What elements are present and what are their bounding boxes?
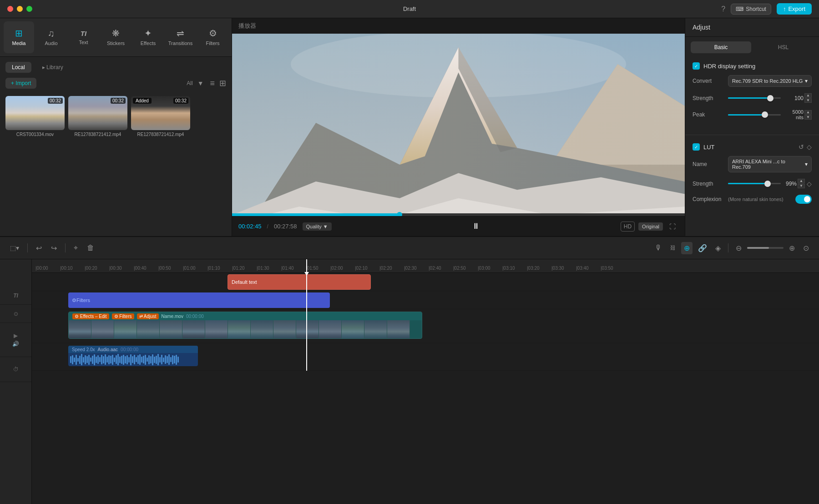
tab-basic[interactable]: Basic (691, 41, 751, 53)
close-button[interactable] (7, 6, 13, 12)
quality-button[interactable]: Quality ▼ (303, 222, 332, 231)
strength-up[interactable]: ▲ (804, 93, 812, 98)
library-item[interactable]: ▸ Library (37, 60, 69, 74)
tool-text[interactable]: TI Text (68, 21, 99, 53)
media-item-0[interactable]: 00:32 CRST001334.mov (5, 96, 65, 137)
lut-checkbox[interactable]: ✓ (693, 143, 700, 151)
redo-button[interactable]: ↪ (48, 242, 60, 254)
lut-strength-slider[interactable] (728, 179, 781, 188)
wave-bar (132, 356, 133, 363)
complexion-toggle[interactable] (795, 195, 812, 204)
fit-to-window-button[interactable]: ⊙ (800, 242, 812, 254)
top-area: ⊞ Media ♫ Audio TI Text ❋ Stickers ✦ E (0, 18, 819, 237)
ruler-8: |01:20 (232, 266, 245, 271)
tool-audio-label: Audio (45, 40, 57, 46)
wave-bar (76, 355, 77, 365)
tool-media[interactable]: ⊞ Media (4, 21, 34, 53)
lut-reset-icon[interactable]: ↺ (799, 143, 804, 151)
complexion-row: Complexion (More natural skin tones) (693, 195, 812, 204)
magnet-button[interactable]: ⊕ (681, 242, 693, 254)
keyframe-button[interactable]: ◈ (713, 242, 723, 254)
shortcut-button[interactable]: ⌨ Shortcut (731, 4, 771, 15)
select-tool-button[interactable]: ⬚▾ (7, 242, 22, 253)
help-icon[interactable]: ? (721, 5, 725, 13)
delete-button[interactable]: 🗑 (84, 242, 97, 254)
tool-stickers[interactable]: ❋ Stickers (101, 21, 131, 53)
ruler-14: |02:20 (379, 266, 392, 271)
strength-slider[interactable] (728, 94, 781, 103)
tool-filters-label: Filters (206, 40, 220, 46)
hdr-section: ✓ HDR display setting Convert Rec.709 SD… (685, 58, 819, 131)
tool-audio[interactable]: ♫ Audio (36, 21, 66, 53)
lut-label: LUT (703, 144, 715, 151)
strength-stepper[interactable]: ▲ ▼ (804, 93, 812, 103)
wave-bar (134, 355, 135, 364)
wave-bar (88, 355, 90, 365)
wave-bar (139, 354, 141, 365)
local-tab[interactable]: Local (5, 62, 31, 73)
wave-bar (81, 354, 82, 365)
tab-hsl[interactable]: HSL (753, 41, 814, 53)
tool-transitions[interactable]: ⇌ Transitions (165, 21, 196, 53)
lut-strength-stepper[interactable]: ▲ ▼ (798, 179, 805, 188)
lut-strength-up[interactable]: ▲ (798, 179, 805, 183)
convert-chevron-icon: ▾ (805, 78, 808, 84)
media-item-2[interactable]: 00:32 Added RE127838721412.mp4 (131, 96, 190, 137)
peak-track (728, 114, 781, 116)
lut-icons: ↺ ◇ (799, 143, 812, 151)
fullscreen-preview-button[interactable]: ⛶ (667, 222, 678, 232)
toggle-switch[interactable] (795, 195, 812, 204)
zoom-out-button[interactable]: ⊖ (733, 242, 744, 254)
filter-icon[interactable]: ▼ (197, 80, 204, 87)
strength-down[interactable]: ▼ (804, 98, 812, 103)
peak-up[interactable]: ▲ (804, 110, 812, 115)
media-item-1[interactable]: 00:32 RE127838721412.mp4 (68, 96, 127, 137)
lut-chevron-icon: ▾ (805, 161, 808, 167)
quality-label: Quality (306, 224, 322, 229)
hdr-checkbox[interactable]: ✓ (693, 62, 700, 70)
peak-down[interactable]: ▼ (804, 115, 812, 120)
wave-bar (128, 357, 130, 363)
zoom-fill (747, 247, 769, 249)
tool-effects[interactable]: ✦ Effects (133, 21, 163, 53)
chain-button[interactable]: 🔗 (695, 242, 710, 254)
minimize-button[interactable] (17, 6, 23, 12)
wave-bar (114, 358, 115, 362)
zoom-in-button[interactable]: ⊕ (786, 242, 798, 254)
all-filter-label: All (187, 80, 192, 86)
video-thumb-5 (160, 320, 182, 339)
play-pause-button[interactable]: ⏸ (469, 220, 483, 233)
scrubber-area[interactable] (232, 213, 685, 216)
filters-track-icon: ⊙ (14, 311, 18, 317)
peak-stepper[interactable]: ▲ ▼ (804, 110, 812, 120)
video-thumb-13 (342, 320, 364, 339)
zoom-slider[interactable] (747, 247, 784, 249)
transitions-icon: ⇌ (177, 29, 184, 38)
text-clip[interactable]: Default text (228, 274, 371, 290)
list-view-icon[interactable]: ≡ (210, 79, 215, 88)
peak-slider[interactable] (728, 110, 781, 119)
undo-button[interactable]: ↩ (33, 242, 45, 254)
lut-favorite-icon[interactable]: ◇ (807, 143, 812, 151)
tracks-wrapper: |00:00 |00:10 |00:20 |00:30 |00:40 |00:5… (32, 259, 819, 371)
mic-button[interactable]: 🎙 (652, 242, 665, 254)
link-button[interactable]: ⛓ (667, 243, 678, 253)
grid-view-icon[interactable]: ⊞ (219, 78, 226, 88)
export-button[interactable]: ↑ Export (777, 3, 812, 15)
lut-strength-track (728, 183, 781, 184)
video-thumb-4 (137, 320, 160, 339)
video-clip[interactable]: ⚙ Effects – Edit ⚙ Filters ⇌ Adjust Name… (68, 312, 422, 339)
lut-strength-down[interactable]: ▼ (798, 184, 805, 188)
fullscreen-button[interactable] (26, 6, 32, 12)
lut-strength-favorite-icon[interactable]: ◇ (807, 180, 812, 187)
convert-dropdown[interactable]: Rec.709 SDR to Rec.2020 HLG ▾ (728, 75, 812, 87)
filters-clip[interactable]: ⚙ Filters (68, 292, 330, 308)
import-button[interactable]: + Import (5, 78, 36, 89)
original-button[interactable]: Original (638, 222, 663, 231)
safe-frame-button[interactable]: HD (621, 222, 635, 232)
split-button[interactable]: ⌖ (71, 242, 81, 254)
lut-name-dropdown[interactable]: ARRI ALEXA Mini ...c to Rec.709 ▾ (728, 156, 812, 172)
progress-bar[interactable] (232, 213, 685, 216)
audio-clip[interactable]: Speed 2.0x Audio.aac 00:00:00 (68, 346, 198, 366)
tool-filters[interactable]: ⚙ Filters (197, 21, 228, 53)
